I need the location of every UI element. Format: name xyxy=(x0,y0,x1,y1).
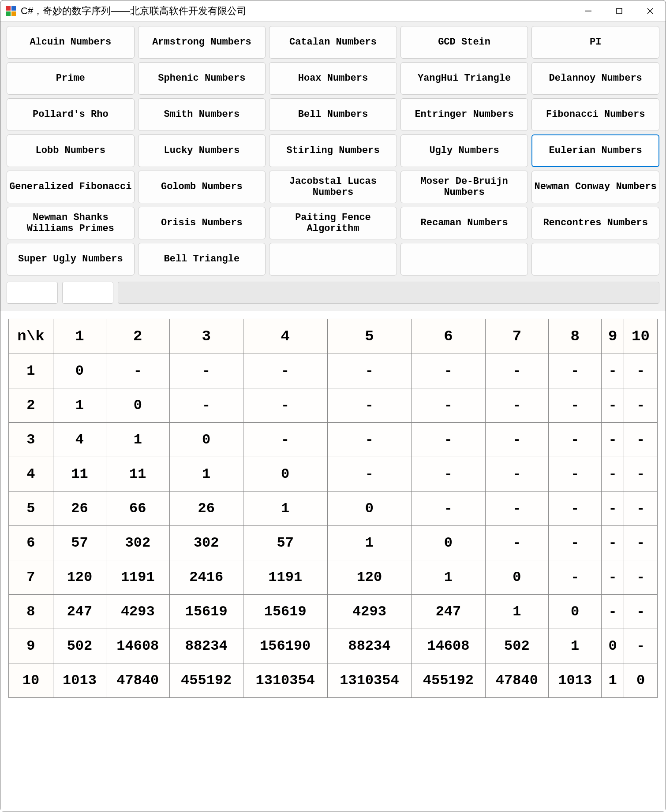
sequence-button-empty[interactable] xyxy=(531,243,659,276)
sequence-button-empty[interactable] xyxy=(269,243,397,276)
table-cell: 455192 xyxy=(169,663,243,698)
table-cell: 0 xyxy=(549,595,602,629)
sequence-button[interactable]: Bell Triangle xyxy=(138,243,266,276)
table-cell: - xyxy=(624,492,658,526)
sequence-button[interactable]: GCD Stein xyxy=(400,26,528,59)
row-header: 4 xyxy=(9,457,53,492)
table-cell: 47840 xyxy=(106,663,169,698)
sequence-button[interactable]: Moser De-Bruijn Numbers xyxy=(400,171,528,203)
sequence-button[interactable]: Super Ugly Numbers xyxy=(7,243,135,276)
param-input-1[interactable] xyxy=(7,282,58,304)
sequence-button[interactable]: Hoax Numbers xyxy=(269,62,397,95)
maximize-button[interactable] xyxy=(604,0,635,21)
table-row: 1010134784045519213103541310354455192478… xyxy=(9,663,658,698)
sequence-button[interactable]: Catalan Numbers xyxy=(269,26,397,59)
table-row: 6573023025710---- xyxy=(9,526,658,560)
table-cell: 4293 xyxy=(327,595,412,629)
sequence-button[interactable]: Prime xyxy=(7,62,135,95)
table-row: 824742931561915619429324710-- xyxy=(9,595,658,629)
row-header: 3 xyxy=(9,423,53,457)
table-cell: - xyxy=(602,457,624,492)
table-cell: 247 xyxy=(53,595,106,629)
table-cell: 57 xyxy=(53,526,106,560)
table-cell: 11 xyxy=(106,457,169,492)
row-header: 1 xyxy=(9,354,53,388)
sequence-button[interactable]: YangHui Triangle xyxy=(400,62,528,95)
svg-rect-0 xyxy=(6,6,11,11)
table-cell: 0 xyxy=(602,629,624,663)
sequence-button[interactable]: Fibonacci Numbers xyxy=(531,98,659,131)
app-icon xyxy=(6,6,16,16)
sequence-button[interactable]: Paiting Fence Algorithm xyxy=(269,207,397,239)
table-cell: 1 xyxy=(106,423,169,457)
table-cell: - xyxy=(485,526,549,560)
table-cell: 1310354 xyxy=(327,663,412,698)
sequence-button[interactable]: Generalized Fibonacci xyxy=(7,171,135,203)
sequence-button[interactable]: Newman Shanks Williams Primes xyxy=(7,207,135,239)
sequence-button[interactable]: Ugly Numbers xyxy=(400,134,528,167)
column-header: 6 xyxy=(412,319,485,354)
table-cell: - xyxy=(549,423,602,457)
column-header: 1 xyxy=(53,319,106,354)
sequence-button[interactable]: Pollard's Rho xyxy=(7,98,135,131)
table-cell: 57 xyxy=(243,526,327,560)
sequence-button[interactable]: Recaman Numbers xyxy=(400,207,528,239)
sequence-button[interactable]: Sphenic Numbers xyxy=(138,62,266,95)
sequence-button[interactable]: Newman Conway Numbers xyxy=(531,171,659,203)
table-cell: - xyxy=(602,560,624,595)
table-cell: 247 xyxy=(412,595,485,629)
close-button[interactable] xyxy=(635,0,666,21)
table-row: 95021460888234156190882341460850210- xyxy=(9,629,658,663)
param-input-2[interactable] xyxy=(62,282,113,304)
table-cell: 14608 xyxy=(106,629,169,663)
table-row: 712011912416119112010--- xyxy=(9,560,658,595)
table-cell: - xyxy=(412,388,485,423)
table-cell: 1 xyxy=(485,595,549,629)
table-cell: - xyxy=(485,354,549,388)
sequence-button[interactable]: Lobb Numbers xyxy=(7,134,135,167)
table-cell: - xyxy=(624,595,658,629)
sequence-button[interactable]: Eulerian Numbers xyxy=(531,134,659,167)
sequence-button-empty[interactable] xyxy=(400,243,528,276)
table-cell: 0 xyxy=(327,492,412,526)
table-cell: 15619 xyxy=(169,595,243,629)
table-row: 4111110------ xyxy=(9,457,658,492)
table-cell: - xyxy=(412,457,485,492)
table-cell: - xyxy=(412,354,485,388)
table-cell: - xyxy=(106,354,169,388)
table-cell: - xyxy=(243,423,327,457)
column-header: 9 xyxy=(602,319,624,354)
sequence-button[interactable]: Orisis Numbers xyxy=(138,207,266,239)
table-cell: 302 xyxy=(169,526,243,560)
sequence-button[interactable]: Smith Numbers xyxy=(138,98,266,131)
sequence-button-grid: Alcuin NumbersArmstrong NumbersCatalan N… xyxy=(0,22,666,277)
sequence-button[interactable]: Lucky Numbers xyxy=(138,134,266,167)
table-cell: 0 xyxy=(53,354,106,388)
sequence-button[interactable]: Rencontres Numbers xyxy=(531,207,659,239)
sequence-button[interactable]: Jacobstal Lucas Numbers xyxy=(269,171,397,203)
row-header: 10 xyxy=(9,663,53,698)
table-cell: 26 xyxy=(53,492,106,526)
sequence-button[interactable]: Delannoy Numbers xyxy=(531,62,659,95)
table-cell: - xyxy=(169,388,243,423)
svg-rect-2 xyxy=(6,11,11,16)
table-cell: - xyxy=(327,388,412,423)
column-header: 8 xyxy=(549,319,602,354)
sequence-button[interactable]: PI xyxy=(531,26,659,59)
sequence-button[interactable]: Bell Numbers xyxy=(269,98,397,131)
table-cell: 0 xyxy=(624,663,658,698)
sequence-button[interactable]: Alcuin Numbers xyxy=(7,26,135,59)
window-controls xyxy=(573,0,666,21)
svg-rect-3 xyxy=(11,11,16,16)
table-cell: 15619 xyxy=(243,595,327,629)
sequence-button[interactable]: Entringer Numbers xyxy=(400,98,528,131)
status-bar xyxy=(118,282,659,304)
minimize-button[interactable] xyxy=(573,0,604,21)
sequence-button[interactable]: Stirling Numbers xyxy=(269,134,397,167)
table-cell: - xyxy=(624,457,658,492)
row-header: 8 xyxy=(9,595,53,629)
table-cell: - xyxy=(243,388,327,423)
sequence-button[interactable]: Golomb Numbers xyxy=(138,171,266,203)
sequence-button[interactable]: Armstrong Numbers xyxy=(138,26,266,59)
table-cell: - xyxy=(327,457,412,492)
